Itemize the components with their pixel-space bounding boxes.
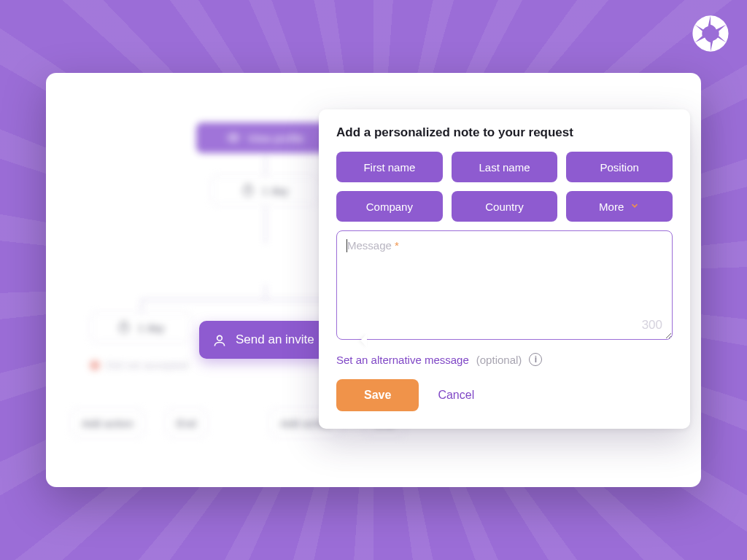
node-label: View profile <box>247 132 303 144</box>
status-label: Did not accepted <box>106 359 188 371</box>
end-button: End <box>166 408 207 438</box>
stopwatch-icon <box>117 321 131 334</box>
cancel-button[interactable]: Cancel <box>438 389 474 402</box>
chip-country[interactable]: Country <box>452 191 558 222</box>
node-view-profile: View profile <box>196 122 335 153</box>
save-button[interactable]: Save <box>336 379 419 411</box>
message-textarea[interactable] <box>336 230 673 340</box>
stopwatch-icon <box>241 184 255 197</box>
svg-point-0 <box>232 136 236 140</box>
svg-point-4 <box>217 335 222 341</box>
node-label: 1 day <box>138 322 165 334</box>
info-icon[interactable]: i <box>529 353 542 366</box>
status-not-accepted: Did not accepted <box>90 359 188 371</box>
chip-position[interactable]: Position <box>566 152 673 182</box>
svg-point-1 <box>244 187 252 195</box>
chip-last-name[interactable]: Last name <box>452 152 558 182</box>
chip-company[interactable]: Company <box>336 191 443 222</box>
alt-message-link[interactable]: Set an alternative message <box>336 354 469 366</box>
panel-pointer <box>354 334 367 347</box>
panel-title: Add a personalized note to your request <box>336 125 673 140</box>
aperture-logo <box>690 13 731 54</box>
eye-icon <box>227 131 240 144</box>
optional-label: (optional) <box>476 354 522 366</box>
chevron-down-icon <box>630 201 640 213</box>
node-label: 1 day <box>262 184 289 197</box>
text-caret <box>347 239 347 252</box>
chip-more[interactable]: More <box>566 191 673 222</box>
chip-first-name[interactable]: First name <box>336 152 443 182</box>
node-delay: 1 day <box>211 175 319 206</box>
personalized-note-panel: Add a personalized note to your request … <box>319 109 690 429</box>
person-icon <box>212 333 225 346</box>
node-label: Send an invite <box>236 332 314 347</box>
node-delay: 1 day <box>90 312 192 343</box>
add-action-button: Add action <box>71 408 144 438</box>
svg-point-2 <box>120 324 128 332</box>
